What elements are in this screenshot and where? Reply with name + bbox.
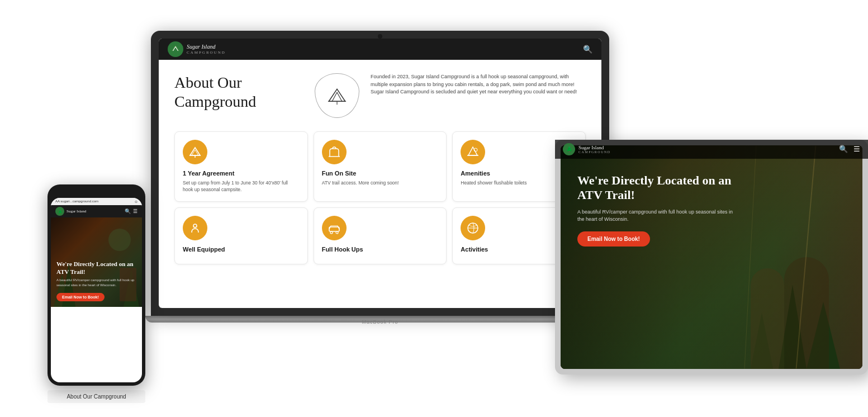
- phone-device: AA sugari...campground.com ⊙ 🌲 Sugar Isl…: [48, 184, 145, 386]
- features-grid: 1 Year Agreement Set up camp from July 1…: [174, 131, 586, 264]
- phone-cta-button[interactable]: Email Now to Book!: [56, 293, 105, 301]
- tablet-cta-button[interactable]: Email Now to Book!: [577, 231, 650, 247]
- phone-hero-title: We're Directly Located on an ATV Trail!: [56, 260, 136, 276]
- tablet-search-icon[interactable]: 🔍: [839, 145, 848, 154]
- laptop-content: About OurCampground Founded in 2023, Sug…: [159, 60, 601, 278]
- phone-notch-bar: [51, 188, 142, 197]
- phone-status-bar: AA sugari...campground.com ⊙: [51, 198, 142, 205]
- feature-icon-3: [461, 140, 485, 164]
- feature-card-2: Fun On Site ATV trail access. More comin…: [314, 131, 447, 202]
- phone-caption: About Our Campground: [48, 390, 145, 403]
- tablet-logo-text: Sugar Island CAMPGROUND: [578, 145, 611, 154]
- phone-logo: 🌲 Sugar Island: [55, 207, 86, 216]
- laptop-hinge: MacBook Pro: [145, 316, 615, 323]
- feature-desc-1: Set up camp from July 1 to June 30 for 4…: [183, 180, 300, 193]
- phone-status-right: ⊙: [135, 200, 137, 203]
- tablet-logo-icon: 🌲: [563, 145, 575, 155]
- laptop-camera: [378, 34, 382, 39]
- svg-rect-10: [329, 227, 339, 231]
- feature-icon-1: [183, 140, 207, 164]
- feature-card-1: 1 Year Agreement Set up camp from July 1…: [174, 131, 308, 202]
- tablet-screen: 🌲 Sugar Island CAMPGROUND 🔍 ☰: [561, 145, 862, 369]
- tablet-nav: 🌲 Sugar Island CAMPGROUND 🔍 ☰: [561, 145, 862, 159]
- tablet-menu-icon[interactable]: ☰: [853, 145, 860, 154]
- laptop-device: Sugar Island CAMPGROUND 🔍 About OurCampg…: [151, 31, 609, 344]
- feature-icon-6: [461, 216, 485, 240]
- phone-status-text: AA sugari...campground.com: [55, 200, 98, 203]
- phone-nav-icons: 🔍 ☰: [125, 209, 137, 214]
- laptop-search-icon[interactable]: 🔍: [583, 45, 592, 54]
- phone-hero-content: We're Directly Located on an ATV Trail! …: [56, 260, 136, 301]
- about-icon: [315, 73, 359, 118]
- phone-body: AA sugari...campground.com ⊙ 🌲 Sugar Isl…: [48, 184, 145, 386]
- phone-menu-icon[interactable]: ☰: [133, 209, 137, 214]
- about-section: About OurCampground Founded in 2023, Sug…: [174, 73, 586, 118]
- laptop-screen: Sugar Island CAMPGROUND 🔍 About OurCampg…: [159, 39, 601, 308]
- phone-nav: 🌲 Sugar Island 🔍 ☰: [51, 205, 142, 217]
- tablet-hero-title: We're Directly Located on an ATV Trail!: [577, 173, 739, 203]
- tablet-device: 🌲 Sugar Island CAMPGROUND 🔍 ☰: [555, 140, 868, 380]
- tablet-body: 🌲 Sugar Island CAMPGROUND 🔍 ☰: [555, 140, 868, 375]
- laptop-nav: Sugar Island CAMPGROUND 🔍: [159, 39, 601, 60]
- laptop-logo-text: Sugar Island CAMPGROUND: [187, 44, 226, 55]
- tablet-logo: 🌲 Sugar Island CAMPGROUND: [563, 145, 611, 155]
- laptop-brand-label: MacBook Pro: [145, 316, 615, 328]
- phone-hero-desc: A beautiful RV/camper campground with fu…: [56, 278, 136, 287]
- feature-icon-5: [322, 216, 347, 240]
- feature-card-4: Well Equipped: [174, 207, 308, 264]
- phone-hero: We're Directly Located on an ATV Trail! …: [51, 217, 142, 307]
- phone-screen: AA sugari...campground.com ⊙ 🌲 Sugar Isl…: [51, 198, 142, 382]
- laptop-logo: Sugar Island CAMPGROUND: [168, 41, 226, 57]
- feature-title-2: Fun On Site: [322, 170, 439, 177]
- feature-desc-2: ATV trail access. More coming soon!: [322, 180, 439, 187]
- tablet-nav-icons: 🔍 ☰: [839, 145, 860, 154]
- feature-icon-4: [183, 216, 207, 240]
- feature-title-5: Full Hook Ups: [322, 246, 439, 253]
- about-title: About OurCampground: [174, 73, 303, 111]
- phone-search-icon[interactable]: 🔍: [125, 209, 131, 214]
- phone-logo-icon: 🌲: [55, 207, 64, 216]
- scene: Sugar Island CAMPGROUND 🔍 About OurCampg…: [0, 0, 868, 417]
- phone-notch: [80, 189, 113, 195]
- feature-title-4: Well Equipped: [183, 246, 300, 253]
- tablet-hero: We're Directly Located on an ATV Trail! …: [561, 145, 862, 369]
- tablet-hero-desc: A beautiful RV/camper campground with fu…: [577, 209, 739, 224]
- feature-title-1: 1 Year Agreement: [183, 170, 300, 177]
- about-text: Founded in 2023, Sugar Island Campground…: [371, 73, 586, 118]
- laptop-logo-icon: [168, 41, 183, 57]
- feature-card-5: Full Hook Ups: [314, 207, 447, 264]
- phone-logo-text: Sugar Island: [67, 209, 86, 214]
- feature-icon-2: [322, 140, 347, 164]
- tablet-hero-content: We're Directly Located on an ATV Trail! …: [577, 173, 739, 247]
